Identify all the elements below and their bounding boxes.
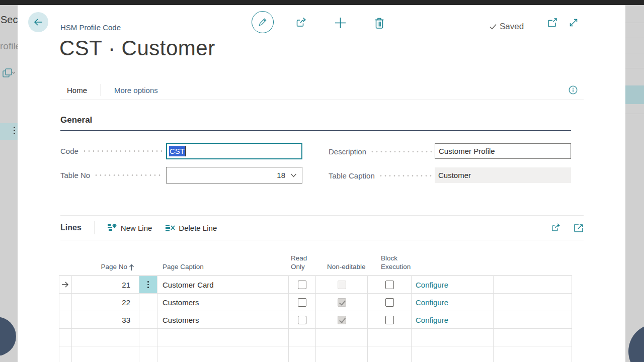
save-status-label: Saved: [500, 22, 524, 32]
lines-table: Page No Page Caption Read Only Non-edita…: [59, 240, 572, 362]
table-no-label-text: Table No: [60, 171, 90, 179]
page-no-header-label: Page No: [101, 262, 127, 271]
vertical-dots-icon[interactable]: [147, 281, 149, 288]
column-header-configure: [412, 240, 494, 276]
column-header-non-editable[interactable]: Non-editable: [316, 240, 368, 276]
page-no-cell[interactable]: 33: [72, 311, 139, 329]
dotted-leader: [84, 150, 163, 152]
non-editable-checkbox: [338, 298, 346, 307]
row-marker-cell: [59, 294, 72, 311]
configure-link[interactable]: Configure: [416, 316, 448, 324]
header-row-options: [139, 240, 157, 276]
open-in-new-window-icon: [574, 223, 584, 233]
background-topbar-right: [625, 0, 644, 5]
sort-ascending-icon: [129, 264, 134, 271]
column-header-page-no[interactable]: Page No: [72, 240, 139, 276]
configure-link[interactable]: Configure: [416, 298, 448, 307]
share-icon: [295, 16, 308, 29]
page-caption-cell[interactable]: Customers: [157, 294, 289, 311]
new-line-button[interactable]: New Line: [107, 223, 152, 233]
code-input[interactable]: CST: [166, 143, 302, 159]
read-only-checkbox[interactable]: [298, 298, 306, 307]
lines-open-button[interactable]: [574, 223, 584, 233]
dotted-leader: [371, 151, 432, 152]
delete-button[interactable]: [373, 17, 385, 29]
menu-more-options[interactable]: More options: [114, 86, 158, 95]
header-row-marker: [59, 240, 72, 276]
share-button[interactable]: [295, 16, 308, 29]
table-row-empty: [59, 329, 572, 346]
insert-line-icon: [107, 223, 117, 233]
delete-line-label: Delete Line: [179, 224, 217, 232]
expand-diagonal-icon: [568, 17, 579, 28]
copy-pages-icon: [2, 67, 15, 79]
spare-cell: [494, 311, 572, 329]
lines-divider: [95, 221, 95, 234]
page-caption: HSM Profile Code: [60, 23, 121, 32]
table-caption-field-label: Table Caption: [329, 167, 435, 184]
back-button[interactable]: [28, 12, 48, 32]
spare-cell: [494, 276, 572, 294]
background-app-right: [625, 0, 644, 362]
page-no-cell[interactable]: 21: [72, 276, 139, 294]
vertical-dots-icon: [14, 127, 15, 134]
edit-toggle-button[interactable]: [252, 11, 274, 33]
table-row: 33 Customers Configure: [59, 311, 572, 329]
column-header-page-caption[interactable]: Page Caption: [157, 240, 289, 276]
card-page-hsm-profile-code: HSM Profile Code: [18, 5, 625, 362]
background-selected-row: [625, 85, 644, 104]
new-button[interactable]: [334, 17, 347, 29]
delete-line-button[interactable]: Delete Line: [165, 223, 217, 233]
description-field-label: Description: [329, 143, 435, 160]
block-execution-cell: [368, 294, 412, 311]
table-no-input[interactable]: 18: [166, 167, 302, 184]
row-options-cell[interactable]: [139, 294, 157, 311]
action-menubar: Home More options: [60, 80, 584, 100]
row-marker-cell: [59, 276, 72, 294]
page-caption-cell[interactable]: Customers: [157, 311, 289, 329]
row-options-cell[interactable]: [139, 276, 157, 294]
background-topbar-left: [0, 0, 18, 5]
column-header-block-execution[interactable]: Block Execution: [368, 240, 412, 276]
open-in-new-window-icon: [547, 18, 557, 28]
column-header-read-only[interactable]: Read Only: [289, 240, 316, 276]
lines-part-header: Lines New Line: [60, 215, 584, 240]
general-section-heading: General: [60, 115, 92, 125]
page-caption-cell[interactable]: Customer Card: [157, 276, 289, 294]
background-row-line: [625, 114, 644, 114]
background-app-left: Secu rofile: [0, 0, 18, 362]
column-header-spare: [494, 240, 572, 276]
row-options-cell[interactable]: [139, 311, 157, 329]
description-input[interactable]: Customer Profile: [435, 143, 571, 159]
row-marker-cell: [59, 311, 72, 329]
text-caret: [185, 146, 186, 156]
description-label-text: Description: [329, 147, 366, 156]
background-row-line: [625, 68, 644, 68]
non-editable-cell: [316, 311, 368, 329]
spare-cell: [494, 294, 572, 311]
share-icon: [550, 222, 561, 233]
non-editable-checkbox: [338, 316, 346, 324]
pencil-icon: [257, 17, 268, 28]
background-row-line: [625, 38, 644, 38]
read-only-checkbox[interactable]: [298, 316, 306, 324]
table-caption-label-text: Table Caption: [329, 171, 375, 180]
configure-cell: Configure: [412, 294, 494, 311]
lines-share-button[interactable]: [550, 222, 561, 233]
background-app-topbar: [0, 0, 644, 5]
block-execution-checkbox[interactable]: [385, 298, 394, 307]
dotted-leader: [380, 175, 432, 176]
configure-link[interactable]: Configure: [416, 281, 448, 289]
table-row: 21 Customer Card Configure: [59, 276, 572, 294]
read-only-cell: [289, 276, 316, 294]
menu-home[interactable]: Home: [67, 86, 87, 95]
expand-button[interactable]: [568, 17, 579, 28]
page-no-cell[interactable]: 22: [72, 294, 139, 311]
chevron-down-icon[interactable]: [290, 171, 297, 179]
read-only-checkbox[interactable]: [298, 281, 306, 289]
block-execution-checkbox[interactable]: [385, 281, 394, 289]
info-button[interactable]: [569, 85, 578, 95]
popout-button[interactable]: [547, 18, 557, 28]
block-execution-checkbox[interactable]: [385, 316, 394, 324]
code-field-label: Code: [60, 143, 166, 159]
